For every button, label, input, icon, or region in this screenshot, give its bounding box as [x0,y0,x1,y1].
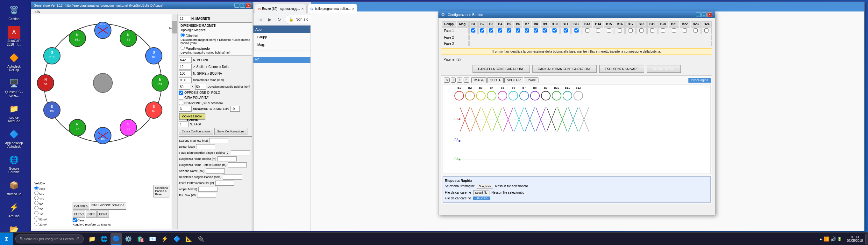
diam-filo-input[interactable] [179,77,192,83]
volt-50v[interactable]: 50V [34,191,47,195]
nav-z-btn[interactable]: Z [457,78,463,83]
fase1-b18[interactable] [640,28,644,32]
taskbar-app2[interactable]: 🔷 [171,233,182,245]
rotazione-input[interactable] [179,106,192,112]
fase1-b7[interactable] [525,28,529,32]
sidebar-item-grupp[interactable]: Grupp [253,33,310,41]
bobine-count[interactable] [179,64,192,70]
fase1-b20[interactable] [661,28,665,32]
n-fasi-input[interactable] [179,121,188,127]
parallelepipedo-radio[interactable]: Parallelepipedo [181,46,210,50]
stop-button[interactable]: STOP [86,211,97,218]
opposizione-checkbox[interactable] [179,90,183,95]
desktop-icon-google-chrome[interactable]: 🌐 Google Chrome [3,152,26,175]
nav-e-btn[interactable]: E [464,78,469,83]
tray-volume[interactable]: 🔊 [830,236,836,242]
tab-bolle-close[interactable]: ✕ [352,7,354,10]
d2-input2[interactable] [195,84,206,90]
fase1-b4[interactable] [498,28,502,32]
colore-btn[interactable]: Colore [524,77,538,83]
n-bobine-select[interactable] [179,57,192,63]
carica-config-button[interactable]: Carica Configurazione [179,128,213,135]
gira-polarita-checkbox[interactable] [179,96,183,100]
minimize-button[interactable]: _ [235,3,240,8]
fase1-b5[interactable] [507,28,511,32]
taskbar-store[interactable]: 🛍️ [135,233,146,245]
rendimento-input[interactable] [230,106,240,112]
desktop-icon-stampa-3d[interactable]: 📦 stampa 3d [3,178,26,197]
calcola-button[interactable]: CALCOLA [72,202,89,210]
menu-info[interactable]: Info [32,9,42,14]
forward-button[interactable]: ▶ [266,15,274,24]
desktop-icon-autocad[interactable]: A AutoCAD 2018 - It... [3,25,26,48]
clear-button[interactable]: CLEAR [72,211,85,218]
search-bar[interactable]: 🔍 Scrivi qui per eseguire la ricerca 🎤 [15,235,84,243]
fase1-b1[interactable] [471,28,475,32]
rotazione-checkbox[interactable] [179,101,183,105]
taskbar-clock[interactable]: 09:13 07/05/2018 [844,236,865,242]
taskbar-file-explorer[interactable]: 📁 [86,233,98,245]
d2-input1[interactable] [179,84,190,90]
fase1-b9[interactable] [542,28,547,32]
back-button[interactable]: ◀ [256,15,264,24]
fase1-b10[interactable] [553,28,557,32]
taskbar-app1[interactable]: ⚡ [159,233,170,245]
volt-1v[interactable]: 1V [34,211,47,216]
cancella-config-button[interactable]: CANCELLA CONFIGURAZIONE [472,65,530,73]
fase1-b6[interactable] [516,28,520,32]
fase1-b14[interactable] [596,28,600,32]
fase1-b12[interactable] [575,28,579,32]
volt-auto[interactable]: Auto [34,186,47,190]
show-desktop-button[interactable] [865,233,868,245]
reload-button[interactable]: ↻ [275,15,283,24]
esci-senza-salvare-button[interactable]: ESCI SENZA SALVARE [599,65,644,73]
desktop-icon-arduino[interactable]: ⚡ Arduino [3,200,26,219]
fase1-b8[interactable] [534,28,538,32]
nav-b-btn[interactable]: B [444,78,450,83]
desktop-icon-app-desktop[interactable]: 🔷 App desktop Autodesk [3,127,26,149]
carica-ultima-button[interactable]: CARICA ULTIMA CONFIGURAZIONE [532,65,597,73]
tab-bolle[interactable]: ⚙ bolle programma eolico... ✕ [307,4,357,13]
close-button[interactable]: ✕ [246,3,251,8]
n-magneti-input[interactable] [179,16,190,21]
fase1-b24[interactable] [704,28,709,32]
salva-ed-esci-button[interactable]: SALVA ED ESCI [647,65,681,73]
quote-btn[interactable]: QUOTE [487,77,504,83]
taskbar-chrome[interactable]: 🔵 [111,233,122,245]
clear-checkbox[interactable] [72,218,77,222]
fase1-b2[interactable] [480,28,484,32]
fase1-b22[interactable] [683,28,687,32]
desktop-icon-recap[interactable]: 🔶 Autodesk ReCap [3,50,26,73]
desktop-icon-cestino[interactable]: 🗑️ Cestino [3,3,26,22]
tab-gmail[interactable]: ✉ Bozze (69) - sguera.rugg... ✕ [255,4,307,13]
fase1-b15[interactable] [607,28,611,32]
image-btn[interactable]: IMAGE [471,77,487,83]
desktop-icon-questo-pc[interactable]: 🖥️ Questo PC - colle... [3,76,26,99]
fase1-b11[interactable] [564,28,568,32]
n-spire-input[interactable] [179,71,192,76]
taskbar-mail[interactable]: 📧 [147,233,158,245]
scegli-file-btn[interactable]: Scegli file [477,184,493,189]
volt-5v[interactable]: 5V [34,201,47,206]
taskbar-app4[interactable]: 🔌 [195,233,207,245]
fase1-b17[interactable] [628,28,633,32]
taskbar-settings[interactable]: ⚙️ [123,233,134,245]
fase1-b13[interactable] [585,28,589,32]
connessioni-button[interactable]: CONNESSIONI BOBINE [179,113,206,120]
start-button[interactable]: ⊞ [0,233,13,245]
scegli-file-btn-2[interactable]: Scegli file [473,190,489,195]
fase1-b19[interactable] [650,28,654,32]
upload-button[interactable]: UPLOAD [473,196,490,200]
vertical-scrollbar[interactable] [172,15,177,229]
taskbar-app3[interactable]: 📐 [183,233,194,245]
nav-i-btn[interactable]: I [451,78,456,83]
desktop-icon-codice-autocad[interactable]: 📁 codice AutoCad [3,101,26,124]
maximize-button[interactable]: □ [240,3,245,8]
cilindrico-radio[interactable]: Cilindrici [181,33,198,38]
fase1-b16[interactable] [618,28,622,32]
volt-50mv[interactable]: 50mV [34,216,47,221]
spoiler-btn[interactable]: SPOILER [504,77,523,83]
cont-button[interactable]: CONT [97,211,109,218]
volt-2v[interactable]: 2V [34,206,47,211]
inizio-pagina-btn[interactable]: InizioPagina [688,78,711,83]
